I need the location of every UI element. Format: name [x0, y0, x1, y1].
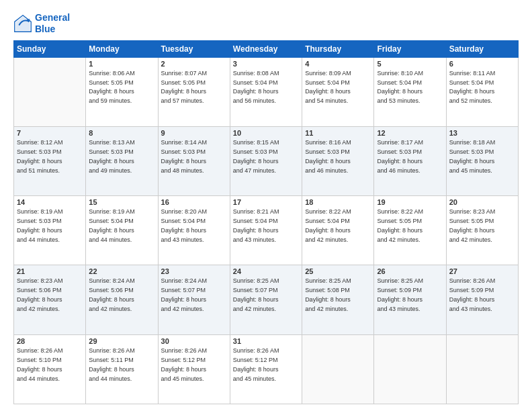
svg-marker-0: [16, 16, 30, 30]
day-number: 30: [161, 337, 227, 345]
day-number: 2: [161, 60, 227, 68]
calendar-cell: 18Sunrise: 8:22 AM Sunset: 5:04 PM Dayli…: [302, 196, 374, 265]
day-info: Sunrise: 8:25 AM Sunset: 5:08 PM Dayligh…: [305, 277, 371, 314]
day-info: Sunrise: 8:24 AM Sunset: 5:06 PM Dayligh…: [89, 277, 154, 314]
day-number: 8: [89, 129, 154, 137]
day-number: 26: [377, 267, 443, 275]
day-info: Sunrise: 8:07 AM Sunset: 5:05 PM Dayligh…: [161, 69, 227, 107]
day-info: Sunrise: 8:23 AM Sunset: 5:06 PM Dayligh…: [17, 277, 83, 314]
day-info: Sunrise: 8:22 AM Sunset: 5:04 PM Dayligh…: [305, 208, 371, 245]
day-number: 13: [449, 129, 515, 137]
day-info: Sunrise: 8:25 AM Sunset: 5:09 PM Dayligh…: [377, 277, 443, 314]
week-row-5: 28Sunrise: 8:26 AM Sunset: 5:10 PM Dayli…: [14, 334, 519, 404]
calendar-cell: 15Sunrise: 8:19 AM Sunset: 5:04 PM Dayli…: [86, 196, 158, 265]
weekday-header-saturday: Saturday: [446, 40, 518, 57]
calendar-cell: 21Sunrise: 8:23 AM Sunset: 5:06 PM Dayli…: [14, 265, 86, 334]
weekday-header-thursday: Thursday: [302, 40, 374, 57]
day-info: Sunrise: 8:20 AM Sunset: 5:04 PM Dayligh…: [161, 208, 227, 245]
day-number: 21: [17, 267, 83, 275]
day-info: Sunrise: 8:09 AM Sunset: 5:04 PM Dayligh…: [305, 69, 371, 107]
day-number: 4: [305, 60, 371, 68]
day-info: Sunrise: 8:12 AM Sunset: 5:03 PM Dayligh…: [17, 138, 83, 176]
week-row-2: 7Sunrise: 8:12 AM Sunset: 5:03 PM Daylig…: [14, 126, 519, 195]
calendar-cell: 17Sunrise: 8:21 AM Sunset: 5:04 PM Dayli…: [230, 196, 302, 265]
calendar-cell: 29Sunrise: 8:26 AM Sunset: 5:11 PM Dayli…: [86, 334, 158, 404]
week-row-4: 21Sunrise: 8:23 AM Sunset: 5:06 PM Dayli…: [14, 265, 519, 334]
day-number: 14: [17, 198, 83, 206]
calendar-cell: 12Sunrise: 8:17 AM Sunset: 5:03 PM Dayli…: [374, 126, 446, 195]
day-number: 24: [233, 267, 299, 275]
calendar-cell: 6Sunrise: 8:11 AM Sunset: 5:04 PM Daylig…: [446, 57, 518, 126]
day-info: Sunrise: 8:26 AM Sunset: 5:09 PM Dayligh…: [449, 277, 515, 314]
day-number: 18: [305, 198, 371, 206]
day-number: 23: [161, 267, 227, 275]
day-number: 22: [89, 267, 154, 275]
day-info: Sunrise: 8:26 AM Sunset: 5:12 PM Dayligh…: [161, 347, 227, 384]
day-number: 6: [449, 60, 515, 68]
day-number: 1: [89, 60, 154, 68]
day-info: Sunrise: 8:06 AM Sunset: 5:05 PM Dayligh…: [89, 69, 154, 107]
logo-text: General Blue: [35, 12, 70, 35]
day-info: Sunrise: 8:21 AM Sunset: 5:04 PM Dayligh…: [233, 208, 299, 245]
logo: General Blue: [13, 12, 70, 35]
calendar-cell: [302, 334, 374, 404]
calendar-cell: 14Sunrise: 8:19 AM Sunset: 5:03 PM Dayli…: [14, 196, 86, 265]
day-info: Sunrise: 8:17 AM Sunset: 5:03 PM Dayligh…: [377, 138, 443, 176]
calendar-cell: 2Sunrise: 8:07 AM Sunset: 5:05 PM Daylig…: [158, 57, 230, 126]
weekday-header-friday: Friday: [374, 40, 446, 57]
day-number: 10: [233, 129, 299, 137]
week-row-1: 1Sunrise: 8:06 AM Sunset: 5:05 PM Daylig…: [14, 57, 519, 126]
day-info: Sunrise: 8:08 AM Sunset: 5:04 PM Dayligh…: [233, 69, 299, 107]
day-number: 31: [233, 337, 299, 345]
day-number: 19: [377, 198, 443, 206]
day-info: Sunrise: 8:18 AM Sunset: 5:03 PM Dayligh…: [449, 138, 515, 176]
calendar-cell: 22Sunrise: 8:24 AM Sunset: 5:06 PM Dayli…: [86, 265, 158, 334]
weekday-header-monday: Monday: [86, 40, 158, 57]
calendar-table: SundayMondayTuesdayWednesdayThursdayFrid…: [13, 40, 519, 404]
calendar-cell: [374, 334, 446, 404]
day-info: Sunrise: 8:15 AM Sunset: 5:03 PM Dayligh…: [233, 138, 299, 176]
day-info: Sunrise: 8:26 AM Sunset: 5:11 PM Dayligh…: [89, 347, 154, 384]
calendar-cell: 28Sunrise: 8:26 AM Sunset: 5:10 PM Dayli…: [14, 334, 86, 404]
day-info: Sunrise: 8:14 AM Sunset: 5:03 PM Dayligh…: [161, 138, 227, 176]
day-number: 20: [449, 198, 515, 206]
day-info: Sunrise: 8:16 AM Sunset: 5:03 PM Dayligh…: [305, 138, 371, 176]
day-number: 16: [161, 198, 227, 206]
calendar-cell: 10Sunrise: 8:15 AM Sunset: 5:03 PM Dayli…: [230, 126, 302, 195]
calendar-cell: 31Sunrise: 8:26 AM Sunset: 5:12 PM Dayli…: [230, 334, 302, 404]
day-number: 17: [233, 198, 299, 206]
day-number: 27: [449, 267, 515, 275]
calendar-cell: 1Sunrise: 8:06 AM Sunset: 5:05 PM Daylig…: [86, 57, 158, 126]
day-info: Sunrise: 8:24 AM Sunset: 5:07 PM Dayligh…: [161, 277, 227, 314]
day-info: Sunrise: 8:13 AM Sunset: 5:03 PM Dayligh…: [89, 138, 154, 176]
calendar-cell: [14, 57, 86, 126]
calendar-cell: 20Sunrise: 8:23 AM Sunset: 5:05 PM Dayli…: [446, 196, 518, 265]
day-number: 29: [89, 337, 154, 345]
day-info: Sunrise: 8:19 AM Sunset: 5:04 PM Dayligh…: [89, 208, 154, 245]
day-number: 5: [377, 60, 443, 68]
calendar-cell: 9Sunrise: 8:14 AM Sunset: 5:03 PM Daylig…: [158, 126, 230, 195]
calendar-cell: 24Sunrise: 8:25 AM Sunset: 5:07 PM Dayli…: [230, 265, 302, 334]
calendar-cell: 23Sunrise: 8:24 AM Sunset: 5:07 PM Dayli…: [158, 265, 230, 334]
weekday-header-wednesday: Wednesday: [230, 40, 302, 57]
logo-icon: [13, 14, 32, 33]
calendar-cell: 5Sunrise: 8:10 AM Sunset: 5:04 PM Daylig…: [374, 57, 446, 126]
logo-blue: Blue: [35, 24, 55, 34]
calendar-cell: 13Sunrise: 8:18 AM Sunset: 5:03 PM Dayli…: [446, 126, 518, 195]
week-row-3: 14Sunrise: 8:19 AM Sunset: 5:03 PM Dayli…: [14, 196, 519, 265]
calendar-cell: 30Sunrise: 8:26 AM Sunset: 5:12 PM Dayli…: [158, 334, 230, 404]
page: General Blue SundayMondayTuesdayWednesda…: [0, 0, 532, 411]
calendar-cell: 25Sunrise: 8:25 AM Sunset: 5:08 PM Dayli…: [302, 265, 374, 334]
calendar-header-row: SundayMondayTuesdayWednesdayThursdayFrid…: [14, 40, 519, 57]
weekday-header-sunday: Sunday: [14, 40, 86, 57]
day-number: 15: [89, 198, 154, 206]
day-info: Sunrise: 8:11 AM Sunset: 5:04 PM Dayligh…: [449, 69, 515, 107]
calendar-cell: [446, 334, 518, 404]
day-info: Sunrise: 8:26 AM Sunset: 5:12 PM Dayligh…: [233, 347, 299, 384]
day-number: 7: [17, 129, 83, 137]
day-info: Sunrise: 8:22 AM Sunset: 5:05 PM Dayligh…: [377, 208, 443, 245]
day-number: 11: [305, 129, 371, 137]
calendar-cell: 11Sunrise: 8:16 AM Sunset: 5:03 PM Dayli…: [302, 126, 374, 195]
calendar-cell: 27Sunrise: 8:26 AM Sunset: 5:09 PM Dayli…: [446, 265, 518, 334]
day-info: Sunrise: 8:19 AM Sunset: 5:03 PM Dayligh…: [17, 208, 83, 245]
